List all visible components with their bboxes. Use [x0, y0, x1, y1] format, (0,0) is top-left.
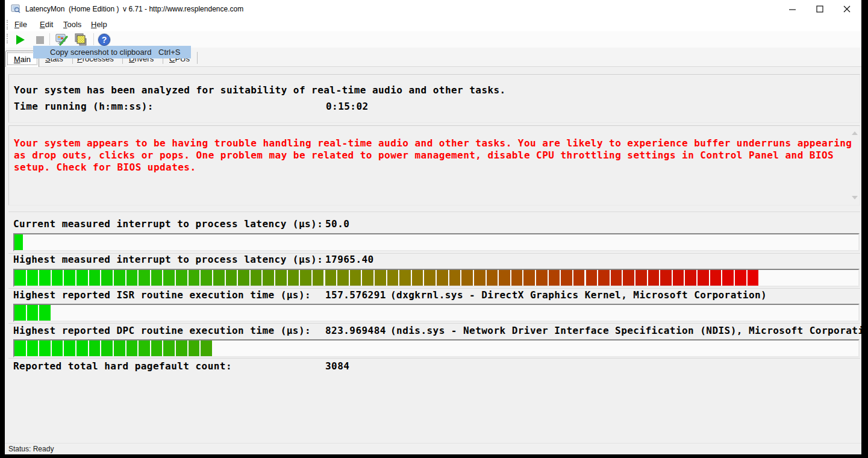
latency-bar-segment	[399, 270, 411, 286]
latency-bar-segment	[387, 270, 399, 286]
toolbar: ?	[5, 31, 861, 48]
latency-bar-segment	[139, 270, 150, 286]
latency-bar-segment	[449, 270, 461, 286]
latency-bar-segment	[151, 270, 163, 286]
stat-label-dpc-time: Highest reported DPC routine execution t…	[13, 325, 311, 336]
analyze-icon	[54, 33, 69, 47]
latency-bar-segment	[139, 340, 150, 356]
stat-label-highest-latency: Highest measured interrupt to process la…	[13, 254, 323, 265]
latency-bar-segment	[114, 340, 125, 356]
latency-bar-segment	[114, 270, 125, 286]
latency-bar-segment	[337, 270, 349, 286]
latency-bar-segment	[635, 270, 647, 286]
latency-bar-segment	[14, 270, 26, 286]
toolbar-separator	[49, 33, 50, 45]
scroll-up-icon[interactable]	[852, 131, 858, 135]
latency-bar-segment	[561, 270, 572, 286]
latency-bar-segment	[52, 340, 63, 356]
latency-bar-segment	[623, 270, 634, 286]
tooltip: Copy screenshot to clipboard Ctrl+S	[33, 46, 191, 58]
toolbar-separator	[93, 33, 94, 45]
stat-value-dpc-time: 823.969484	[325, 325, 386, 336]
stat-label-current-latency: Current measured interrupt to process la…	[13, 218, 323, 230]
latency-bar-segment	[52, 270, 63, 286]
latency-bar-segment	[27, 340, 39, 356]
latency-bar-segment	[101, 270, 113, 286]
window-title: LatencyMon (Home Edition ) v 6.71 - http…	[25, 5, 243, 13]
latency-bar-segment	[300, 270, 311, 286]
latency-bar-segment	[710, 270, 722, 286]
stop-monitor-button[interactable]	[33, 33, 47, 47]
help-button[interactable]: ?	[97, 33, 111, 47]
close-icon	[843, 5, 851, 13]
play-icon	[16, 35, 25, 45]
menu-edit[interactable]: Edit	[39, 20, 54, 29]
minimize-icon	[788, 5, 797, 13]
menubar-grip[interactable]	[7, 20, 8, 30]
stat-value-pagefault-count: 3084	[325, 360, 349, 372]
latency-bar-segment	[549, 270, 560, 286]
latency-bar-segment	[89, 340, 101, 356]
stat-info-dpc-driver: (ndis.sys - Network Driver Interface Spe…	[390, 325, 868, 336]
latency-bar-segment	[586, 270, 598, 286]
time-running-value: 0:15:02	[326, 101, 369, 112]
latency-bar-segment	[176, 340, 187, 356]
warning-scrollbar[interactable]	[849, 127, 859, 204]
screenshot-button[interactable]	[73, 33, 88, 47]
latency-bar-segment	[201, 340, 212, 356]
status-text: Status: Ready	[8, 445, 54, 453]
stat-info-isr-driver: (dxgkrnl.sys - DirectX Graphics Kernel, …	[390, 289, 767, 301]
maximize-icon	[816, 5, 824, 13]
latency-bar-segment	[251, 270, 262, 286]
latency-bar-segment	[76, 340, 88, 356]
stat-value-isr-time: 157.576291	[325, 289, 386, 301]
latency-bar-segment	[350, 270, 361, 286]
svg-text:?: ?	[102, 35, 107, 45]
tooltip-shortcut: Ctrl+S	[158, 48, 180, 57]
toolbar-grip[interactable]	[7, 34, 8, 43]
latency-bar-segment	[189, 270, 200, 286]
latency-bar-segment	[27, 305, 39, 321]
minimize-button[interactable]	[781, 0, 805, 18]
latency-bar-segment	[263, 270, 274, 286]
tab-separator	[197, 52, 198, 64]
latency-bar-segment	[735, 270, 746, 286]
latency-bar-segment	[163, 340, 175, 356]
latency-bar-segment	[14, 234, 23, 250]
analysis-summary-text: Your system has been analyzed for suitab…	[14, 84, 506, 96]
scroll-down-icon[interactable]	[852, 196, 858, 199]
latency-bar-segment	[412, 270, 423, 286]
stat-label-pagefault-count: Reported total hard pagefault count:	[13, 360, 232, 372]
latency-bar-segment	[611, 270, 622, 286]
app-icon	[11, 4, 20, 14]
divider	[8, 323, 860, 324]
divider	[5, 66, 861, 67]
stat-value-highest-latency: 17965.40	[325, 254, 374, 265]
menu-file[interactable]: File	[13, 20, 28, 29]
menu-help[interactable]: Help	[90, 20, 108, 29]
latency-bar-segment	[722, 270, 734, 286]
latency-bar-segment	[39, 270, 51, 286]
latency-bar-segment	[748, 270, 759, 286]
latency-bar-segment	[660, 270, 672, 286]
analyze-button[interactable]	[54, 33, 69, 47]
dpc-time-bar	[13, 339, 860, 357]
divider	[8, 358, 860, 359]
close-button[interactable]	[835, 0, 859, 18]
latency-bar-segment	[275, 270, 287, 286]
start-monitor-button[interactable]	[13, 33, 28, 47]
latency-bar-segment	[39, 340, 51, 356]
analysis-summary-panel: Your system has been analyzed for suitab…	[8, 74, 860, 123]
main-tab-page: Your system has been analyzed for suitab…	[5, 66, 861, 443]
latency-bar-segment	[375, 270, 386, 286]
screenshot-icon	[73, 33, 88, 47]
latency-bar-segment	[325, 270, 337, 286]
latency-bar-segment	[648, 270, 660, 286]
latency-bar-segment	[685, 270, 696, 286]
stop-icon	[36, 36, 44, 44]
latency-bar-segment	[673, 270, 684, 286]
latency-bar-segment	[511, 270, 523, 286]
latency-bar-segment	[362, 270, 373, 286]
menu-tools[interactable]: Tools	[62, 20, 83, 29]
maximize-button[interactable]	[808, 0, 832, 18]
